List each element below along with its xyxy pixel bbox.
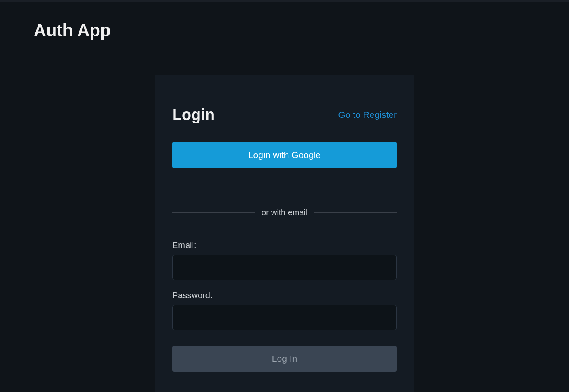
email-group: Email: [172,240,397,280]
email-input[interactable] [172,255,397,280]
app-title: Auth App [34,21,569,40]
card-title: Login [172,106,215,124]
divider: or with email [172,208,397,217]
divider-text: or with email [255,208,315,217]
divider-line-right [314,212,397,213]
divider-line-left [172,212,255,213]
app-header: Auth App [0,2,569,40]
password-group: Password: [172,291,397,330]
card-header: Login Go to Register [172,106,397,124]
password-label: Password: [172,291,397,300]
email-label: Email: [172,240,397,250]
login-card: Login Go to Register Login with Google o… [155,75,414,392]
password-input[interactable] [172,305,397,330]
login-with-google-button[interactable]: Login with Google [172,142,397,168]
go-to-register-link[interactable]: Go to Register [338,110,397,120]
login-button[interactable]: Log In [172,346,397,372]
